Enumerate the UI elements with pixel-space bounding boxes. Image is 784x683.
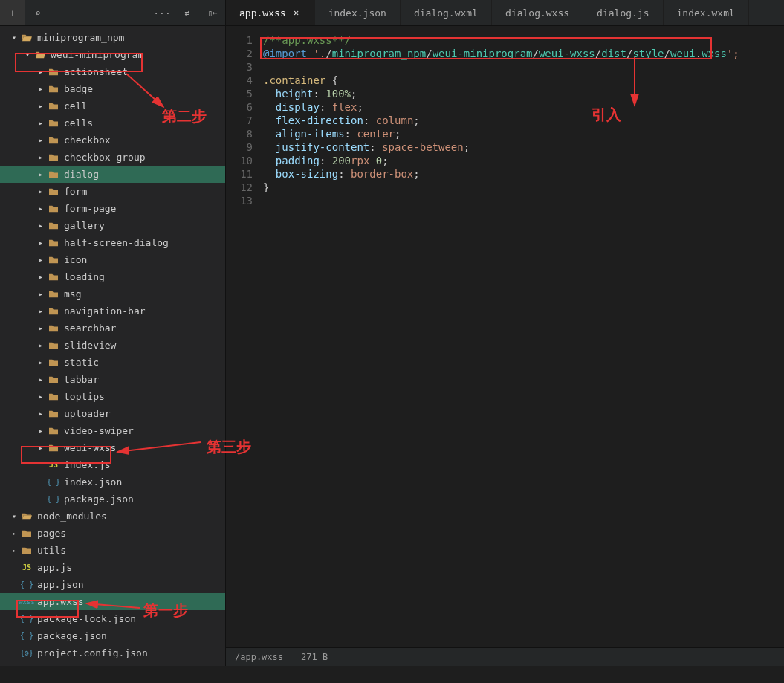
folder-icon — [46, 273, 61, 282]
tree-item-slideview[interactable]: ▸slideview — [0, 337, 225, 354]
caret-icon[interactable]: ▸ — [36, 358, 46, 366]
tree-item-app-json[interactable]: { }app.json — [0, 576, 225, 593]
caret-icon[interactable]: ▸ — [36, 392, 46, 401]
caret-icon[interactable]: ▸ — [36, 204, 46, 213]
tree-label: half-screen-dialog — [64, 237, 169, 248]
tree-item-half-screen-dialog[interactable]: ▸half-screen-dialog — [0, 234, 225, 251]
folder-icon — [46, 204, 61, 213]
tree-item-dialog[interactable]: ▸dialog — [0, 166, 225, 183]
caret-icon[interactable]: ▸ — [36, 256, 46, 264]
tree-item-navigation-bar[interactable]: ▸navigation-bar — [0, 302, 225, 320]
tree-item-weui-wxss[interactable]: ▸weui-wxss — [0, 439, 225, 456]
caret-icon[interactable]: ▸ — [36, 410, 46, 418]
tree-item-app-wxss[interactable]: wxssapp.wxss — [0, 593, 225, 610]
tab-dialog-wxss[interactable]: dialog.wxss — [492, 0, 583, 25]
line-number: 3 — [226, 60, 263, 74]
tree-item-checkbox[interactable]: ▸checkbox — [0, 132, 225, 149]
code-text[interactable]: /**app.wxss**/ @import './miniprogram_np… — [263, 26, 784, 647]
caret-icon[interactable]: ▸ — [36, 153, 46, 161]
caret-icon[interactable]: ▸ — [36, 341, 46, 349]
caret-icon[interactable]: ▸ — [36, 119, 46, 127]
tree-label: miniprogram_npm — [37, 32, 124, 43]
tree-item-loading[interactable]: ▸loading — [0, 268, 225, 285]
caret-icon[interactable]: ▸ — [36, 324, 46, 332]
caret-icon[interactable]: ▾ — [22, 51, 33, 59]
tree-item-checkbox-group[interactable]: ▸checkbox-group — [0, 149, 225, 166]
collapse-button[interactable]: ▯← — [200, 0, 225, 25]
caret-icon[interactable]: ▸ — [9, 529, 19, 537]
tab-dialog-js[interactable]: dialog.js — [583, 0, 663, 25]
caret-icon[interactable]: ▸ — [36, 444, 46, 452]
caret-icon[interactable]: ▸ — [36, 427, 46, 435]
line-number: 11 — [226, 167, 263, 181]
folder-icon — [46, 102, 61, 111]
tree-label: package.json — [64, 493, 134, 505]
tree-item-form[interactable]: ▸form — [0, 183, 225, 200]
caret-icon[interactable]: ▸ — [36, 221, 46, 230]
close-icon[interactable]: ✕ — [292, 8, 301, 17]
tree-item-searchbar[interactable]: ▸searchbar — [0, 320, 225, 337]
tree-item-index-js[interactable]: JSindex.js — [0, 456, 225, 473]
caret-icon[interactable]: ▸ — [36, 187, 46, 195]
tree-item-sitemap-json[interactable]: { }sitemap.json — [0, 661, 225, 666]
tree-label: index.json — [64, 476, 122, 488]
search-button[interactable]: ⌕ — [25, 0, 51, 25]
tree-item-pages[interactable]: ▸pages — [0, 525, 225, 542]
caret-icon[interactable]: ▾ — [9, 512, 19, 520]
caret-icon[interactable]: ▸ — [36, 136, 46, 144]
tab-index-wxml[interactable]: index.wxml — [664, 0, 749, 25]
more-button[interactable]: ··· — [149, 0, 175, 25]
tab-label: dialog.js — [597, 7, 649, 19]
tab-index-json[interactable]: index.json — [315, 0, 401, 25]
caret-icon[interactable]: ▾ — [9, 33, 19, 42]
caret-icon[interactable]: ▸ — [36, 375, 46, 383]
tree-label: navigation-bar — [64, 305, 146, 317]
tree-item-static[interactable]: ▸static — [0, 354, 225, 371]
tree-item-package-lock-json[interactable]: { }package-lock.json — [0, 610, 225, 627]
tree-item-toptips[interactable]: ▸toptips — [0, 388, 225, 405]
caret-icon[interactable]: ▸ — [36, 307, 46, 315]
tree-item-utils[interactable]: ▸utils — [0, 542, 225, 559]
tree-label: video-swiper — [64, 425, 134, 436]
caret-icon[interactable]: ▸ — [36, 273, 46, 281]
caret-icon[interactable]: ▸ — [36, 68, 46, 76]
tree-label: badge — [64, 83, 93, 94]
tree-item-index-json[interactable]: { }index.json — [0, 473, 225, 491]
tab-dialog-wxml[interactable]: dialog.wxml — [401, 0, 492, 25]
tree-item-video-swiper[interactable]: ▸video-swiper — [0, 422, 225, 439]
caret-icon[interactable]: ▸ — [36, 85, 46, 93]
line-number: 7 — [226, 114, 263, 127]
tree-item-project-config-json[interactable]: {⚙}project.config.json — [0, 644, 225, 661]
tree-item-uploader[interactable]: ▸uploader — [0, 405, 225, 422]
tree-item-actionsheet[interactable]: ▸actionsheet — [0, 63, 225, 80]
tree-item-app-js[interactable]: JSapp.js — [0, 559, 225, 576]
caret-icon[interactable]: ▸ — [36, 170, 46, 178]
tree-item-miniprogram_npm[interactable]: ▾miniprogram_npm — [0, 29, 225, 46]
folder-icon — [46, 324, 61, 333]
tree-item-form-page[interactable]: ▸form-page — [0, 200, 225, 217]
tree-item-node_modules[interactable]: ▾node_modules — [0, 508, 225, 525]
tree-item-icon[interactable]: ▸icon — [0, 251, 225, 268]
tab-label: dialog.wxml — [414, 7, 478, 19]
settings-button[interactable]: ⇄ — [175, 0, 200, 25]
tree-item-cells[interactable]: ▸cells — [0, 114, 225, 132]
folder-icon — [46, 85, 61, 94]
tree-item-package-json[interactable]: { }package.json — [0, 627, 225, 644]
tree-item-badge[interactable]: ▸badge — [0, 80, 225, 97]
caret-icon[interactable]: ▸ — [36, 239, 46, 247]
caret-icon[interactable]: ▸ — [9, 546, 19, 554]
tree-item-weui-miniprogram[interactable]: ▾weui-miniprogram — [0, 46, 225, 63]
caret-icon[interactable]: ▸ — [36, 102, 46, 110]
caret-icon[interactable]: ▸ — [36, 290, 46, 298]
tree-item-msg[interactable]: ▸msg — [0, 285, 225, 302]
tree-item-tabbar[interactable]: ▸tabbar — [0, 371, 225, 388]
file-explorer[interactable]: ▾miniprogram_npm▾weui-miniprogram▸action… — [0, 26, 226, 666]
tab-app-wxss[interactable]: app.wxss✕ — [226, 0, 315, 25]
tree-item-gallery[interactable]: ▸gallery — [0, 217, 225, 234]
tree-label: form — [64, 186, 87, 197]
new-file-button[interactable]: + — [0, 0, 25, 25]
code-editor[interactable]: 12345678910111213 /**app.wxss**/ @import… — [226, 26, 784, 666]
tree-label: checkbox-group — [64, 152, 146, 163]
tree-item-package-json[interactable]: { }package.json — [0, 491, 225, 508]
tree-item-cell[interactable]: ▸cell — [0, 97, 225, 114]
